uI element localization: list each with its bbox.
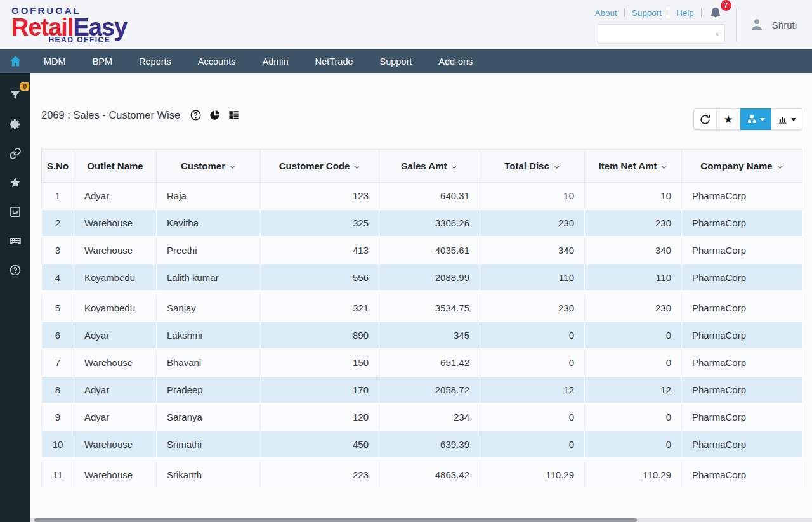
nav-item-reports[interactable]: Reports xyxy=(126,49,185,73)
filter-button[interactable]: 0 xyxy=(0,81,30,110)
help-link[interactable]: Help xyxy=(676,8,694,18)
cell-company-name: PharmaCorp xyxy=(682,462,802,489)
table-row[interactable]: 1AdyarRaja123640.311010PharmaCorp xyxy=(41,183,802,210)
link-divider xyxy=(669,8,669,17)
notifications-button[interactable]: 7 xyxy=(709,6,723,20)
nav-item-bpm[interactable]: BPM xyxy=(79,49,126,73)
cell-customer: Bhavani xyxy=(157,349,261,377)
cell-item-net-amt: 0 xyxy=(585,322,682,349)
app-logo: GOFRUGAL RetailEasy HEAD OFFICE xyxy=(11,6,127,44)
cell-s-no: 4 xyxy=(41,264,74,292)
column-header-company-name[interactable]: Company Name xyxy=(682,149,802,183)
page: GOFRUGAL RetailEasy HEAD OFFICE About Su… xyxy=(0,0,812,522)
cell-company-name: PharmaCorp xyxy=(682,377,802,404)
cell-total-disc: 230 xyxy=(480,295,585,322)
cell-outlet-name: Adyar xyxy=(74,183,157,210)
table-row[interactable]: 8AdyarPradeep1702058.721212PharmaCorp xyxy=(41,377,802,404)
pie-chart-button[interactable] xyxy=(209,109,221,121)
settings-button[interactable] xyxy=(0,110,30,139)
cell-customer: Kavitha xyxy=(157,210,261,237)
nav-item-admin[interactable]: Admin xyxy=(249,49,302,73)
cell-customer-code: 120 xyxy=(261,404,379,431)
refresh-button[interactable] xyxy=(693,108,717,130)
cell-customer: Saranya xyxy=(157,404,261,431)
grid-view-button[interactable] xyxy=(228,109,240,121)
links-button[interactable] xyxy=(0,139,30,168)
chevron-down-icon xyxy=(791,118,796,121)
sidebar-help-button[interactable] xyxy=(0,256,30,285)
cell-total-disc: 340 xyxy=(480,237,585,264)
table-row[interactable]: 6AdyarLakshmi89034500PharmaCorp xyxy=(41,322,802,349)
chevron-down-icon xyxy=(760,118,765,121)
column-header-outlet-name: Outlet Name xyxy=(74,149,157,183)
nav-item-accounts[interactable]: Accounts xyxy=(185,49,249,73)
nav-item-support[interactable]: Support xyxy=(367,49,426,73)
logo-product-text: RetailEasy xyxy=(11,16,127,38)
horizontal-scrollbar[interactable] xyxy=(30,518,812,522)
report-help-button[interactable] xyxy=(190,109,202,121)
cell-company-name: PharmaCorp xyxy=(682,264,802,292)
cell-sales-amt: 651.42 xyxy=(379,349,480,377)
app-header: GOFRUGAL RetailEasy HEAD OFFICE About Su… xyxy=(0,0,812,49)
cell-customer: Preethi xyxy=(157,237,261,264)
table-row[interactable]: 4KoyambeduLalith kumar5562088.99110110Ph… xyxy=(41,264,802,292)
export-button[interactable] xyxy=(0,197,30,226)
cell-company-name: PharmaCorp xyxy=(682,237,802,264)
column-header-item-net-amt[interactable]: Item Net Amt xyxy=(585,149,682,183)
cell-outlet-name: Adyar xyxy=(74,404,157,431)
column-label: Sales Amt xyxy=(402,160,447,171)
nav-item-nettrade[interactable]: NetTrade xyxy=(302,49,367,73)
bar-chart-icon xyxy=(778,114,789,125)
search-icon[interactable] xyxy=(716,29,719,39)
cell-s-no: 5 xyxy=(41,295,74,322)
search-input[interactable] xyxy=(604,29,716,39)
table-body: 1AdyarRaja123640.311010PharmaCorp2Wareho… xyxy=(41,183,802,489)
table-row[interactable]: 3WarehousePreethi4134035.61340340PharmaC… xyxy=(41,237,802,264)
star-icon: ★ xyxy=(723,114,733,125)
cell-item-net-amt: 12 xyxy=(585,377,682,404)
cell-outlet-name: Warehouse xyxy=(74,462,157,489)
chart-view-button[interactable] xyxy=(771,108,802,130)
table-row[interactable]: 7WarehouseBhavani150651.4200PharmaCorp xyxy=(41,349,802,377)
cell-outlet-name: Warehouse xyxy=(74,431,157,459)
cell-customer-code: 556 xyxy=(261,264,379,292)
shortcuts-button[interactable] xyxy=(0,226,30,256)
cell-customer-code: 325 xyxy=(261,210,379,237)
cell-outlet-name: Koyambedu xyxy=(74,295,157,322)
column-header-customer[interactable]: Customer xyxy=(157,149,261,183)
table-row[interactable]: 5KoyambeduSanjay3213534.75230230PharmaCo… xyxy=(41,295,802,322)
user-name: Shruti xyxy=(772,20,797,30)
cell-total-disc: 0 xyxy=(480,322,585,349)
cell-customer-code: 150 xyxy=(261,349,379,377)
table-row[interactable]: 11WarehouseSrikanth2234863.42110.29110.2… xyxy=(41,462,802,489)
nav-item-mdm[interactable]: MDM xyxy=(30,49,79,73)
favorite-report-button[interactable]: ★ xyxy=(717,108,740,130)
support-link[interactable]: Support xyxy=(632,8,662,18)
scrollbar-thumb[interactable] xyxy=(34,518,637,522)
column-header-total-disc[interactable]: Total Disc xyxy=(480,149,585,183)
cell-total-disc: 230 xyxy=(480,210,585,237)
column-label: S.No xyxy=(47,160,69,171)
cell-s-no: 11 xyxy=(41,462,74,489)
about-link[interactable]: About xyxy=(594,8,617,18)
nav-item-add-ons[interactable]: Add-ons xyxy=(425,49,486,73)
cell-total-disc: 0 xyxy=(480,349,585,377)
hierarchy-view-button[interactable] xyxy=(740,108,771,130)
nav-home-button[interactable] xyxy=(0,49,30,73)
column-label: Total Disc xyxy=(504,160,549,171)
cell-outlet-name: Adyar xyxy=(74,377,157,404)
favorites-button[interactable] xyxy=(0,168,30,197)
report-header: 2069 : Sales - Customer Wise xyxy=(41,109,802,121)
cell-sales-amt: 640.31 xyxy=(379,183,480,210)
table-row[interactable]: 2WarehouseKavitha3253306.26230230PharmaC… xyxy=(41,210,802,237)
column-label: Customer xyxy=(181,160,225,171)
column-header-customer-code[interactable]: Customer Code xyxy=(261,149,379,183)
column-header-sales-amt[interactable]: Sales Amt xyxy=(379,149,480,183)
cell-s-no: 6 xyxy=(41,322,74,349)
column-label: Outlet Name xyxy=(87,160,143,171)
user-menu[interactable]: Shruti xyxy=(749,16,797,33)
table-row[interactable]: 10WarehouseSrimathi450639.3900PharmaCorp xyxy=(41,431,802,459)
cell-outlet-name: Koyambedu xyxy=(74,264,157,292)
table-row[interactable]: 9AdyarSaranya12023400PharmaCorp xyxy=(41,404,802,431)
column-label: Item Net Amt xyxy=(599,160,657,171)
